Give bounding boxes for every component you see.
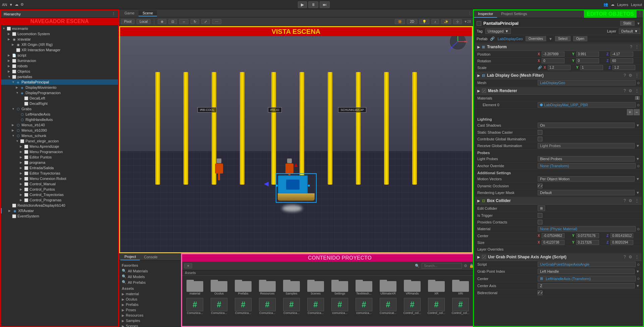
asset-folder-vrhands[interactable]: VRHands [402, 278, 422, 295]
provides-contacts-checkbox[interactable] [538, 220, 542, 224]
gizmo-btn6[interactable]: ⋯ [212, 19, 221, 24]
script-comunica-5[interactable]: # Comunica... [281, 298, 302, 315]
folder-resources[interactable]: ▶ Resources [120, 313, 179, 318]
tree-item-leftHandle[interactable]: ⬡ LeftHandleAxis [1, 112, 118, 117]
receive-gi-dropdown[interactable]: Light Probes [538, 143, 635, 148]
asset-folder-prefabs[interactable]: Prefabs [233, 278, 253, 295]
tab-console[interactable]: Console [140, 254, 161, 260]
grab-script-settings[interactable]: ⚙ [628, 255, 633, 259]
render-layer-dropdown[interactable]: Default [538, 190, 635, 195]
tree-item-menuConexion[interactable]: ▶⬜ Menu Conexion Robot [1, 176, 118, 181]
dynamic-occlusion-checkbox[interactable]: ✓ [538, 184, 542, 188]
pos-z-input[interactable] [610, 52, 633, 57]
fx-btn[interactable]: ✨ [441, 19, 451, 24]
script-control-col-2[interactable]: # Control_col... [426, 298, 446, 315]
mesh-renderer-header[interactable]: ▶ ✓ Mesh Renderer ? ⚙ ⋮ [475, 87, 642, 95]
script-comunicat-1[interactable]: # Comunicat... [378, 298, 398, 315]
box-collider-help[interactable]: ? [623, 198, 627, 203]
tree-item-xrorigin[interactable]: ▶◉ XR Origin (XR Rig) [1, 42, 118, 47]
script-comunica-8[interactable]: # comunica... [354, 298, 374, 315]
mesh-filter-menu[interactable]: ⋮ [634, 73, 640, 78]
select-button[interactable]: Select [555, 36, 571, 41]
anchor-ref-field[interactable]: None (Transform) [538, 163, 636, 169]
material-add-btn[interactable]: + [627, 109, 633, 115]
tree-item-rightHandle[interactable]: ⬡ RightHandleAxis [1, 117, 118, 122]
motion-vectors-arrow[interactable]: ▼ [636, 177, 640, 181]
asset-folder-resources[interactable]: Resources [257, 278, 277, 295]
tree-item-pantallas[interactable]: ▼⬜ pantallas [1, 74, 118, 79]
material-col-select[interactable]: ⊙ [637, 227, 640, 231]
tag-dropdown[interactable]: Untagged▼ [485, 28, 511, 34]
tab-inspector[interactable]: Inspector [474, 10, 497, 18]
tab-project-settings[interactable]: Project Settings [497, 10, 531, 18]
gizmos-btn[interactable]: ⊹ [453, 19, 462, 24]
step-button[interactable]: ⏭ [320, 1, 330, 8]
rot-y-input[interactable] [576, 58, 599, 63]
pivot-button[interactable]: Pivot [121, 19, 135, 24]
grab-script-menu[interactable]: ⋮ [634, 255, 640, 259]
element0-select[interactable]: ⊙ [637, 103, 640, 107]
pos-y-input[interactable] [576, 52, 599, 57]
size-y-input[interactable] [576, 240, 599, 245]
obj-active-checkbox[interactable] [477, 21, 481, 26]
transform-menu[interactable]: ⋮ [634, 45, 640, 49]
tree-item-menusIrb140[interactable]: ▶⬡ Menus_irb140 [1, 122, 118, 128]
gizmo-btn2[interactable]: ⊡ [168, 19, 177, 24]
tree-item-xrAvatar[interactable]: ▶◉ XRAvatar [1, 208, 118, 213]
script-comunica-3[interactable]: # Comunica... [233, 298, 253, 315]
tree-item-controlManual[interactable]: ▶⬜ Control_Manual [1, 181, 118, 187]
asset-folder-scenes[interactable]: Scenes [306, 278, 326, 295]
tree-item-controlPuntos[interactable]: ▶⬜ Control_Puntos [1, 187, 118, 192]
tree-item-escenario[interactable]: ▼⬜ escenario [1, 26, 118, 31]
grab-script-checkbox[interactable]: ✓ [482, 255, 486, 259]
tree-item-editorTray[interactable]: ▶⬜ Editor Trayectorias [1, 171, 118, 176]
toolbar-icon3[interactable]: ⚙ [20, 2, 24, 7]
play-button[interactable]: ▶ [298, 1, 307, 8]
grab-center-ref[interactable]: ⊞ LeftHandleAxis (Transform) [538, 276, 636, 281]
box-collider-header[interactable]: ▶ ⊡ Box Collider ? ⚙ ⋮ [475, 197, 642, 205]
inspector-menu[interactable]: ⋮ [637, 10, 643, 18]
rot-x-input[interactable] [542, 58, 565, 63]
element0-ref[interactable]: LabDisplayMat_URP_PBR [538, 102, 636, 108]
center-y-input[interactable] [576, 233, 599, 238]
all-materials-item[interactable]: 🔍 All Materials [120, 268, 179, 274]
static-shadow-checkbox[interactable] [538, 130, 542, 135]
layer-dropdown[interactable]: Default▼ [619, 28, 640, 34]
folder-poses[interactable]: ▶ Poses [120, 307, 179, 313]
overrides-arrow[interactable]: ▼ [549, 37, 552, 41]
scene-view[interactable]: VISTA ESCENA [119, 26, 473, 253]
script-comunica-7[interactable]: # comunica... [330, 298, 350, 315]
lock-icon-project[interactable]: 🔒 [469, 264, 473, 268]
light-probes-dropdown[interactable]: Blend Probes [538, 156, 635, 161]
tree-item-xravatar[interactable]: ▶◉ xravatar [1, 37, 118, 42]
layers-dropdown[interactable]: Layers [617, 3, 628, 7]
center-axis-dropdown[interactable]: Z [538, 283, 635, 288]
center-axis-arrow[interactable]: ▼ [636, 284, 640, 288]
tree-item-panelElegir[interactable]: ▼⬜ Panel_elegir_accion [1, 138, 118, 144]
grab-point-dropdown[interactable]: Left Handle [538, 269, 635, 274]
tree-item-menusSchunk[interactable]: ▼⬡ Menus_schunk [1, 133, 118, 138]
size-z-input[interactable] [610, 240, 633, 245]
center-z-input[interactable] [610, 233, 633, 238]
asset-folder-settings[interactable]: Settings [330, 278, 350, 295]
tree-item-pantallaPrincipal[interactable]: ▼◈ PantallaPrincipal [1, 79, 118, 85]
static-button[interactable]: Static [620, 21, 635, 26]
asset-folder-ultimatexr[interactable]: UltimateXR [378, 278, 398, 295]
toolbar-icon1[interactable]: ▼ [9, 3, 13, 7]
tree-item-grabs[interactable]: ▼⬡ Grabs [1, 106, 118, 112]
light-probes-arrow[interactable]: ▼ [636, 157, 640, 161]
mesh-select-icon[interactable]: ⊙ [637, 81, 640, 85]
gizmo-btn4[interactable]: ↻ [191, 19, 199, 24]
all-models-item[interactable]: 🔍 All Models [120, 274, 179, 279]
tree-item-xrmanager[interactable]: ⬜ XR Interaction Manager [1, 47, 118, 53]
grab-point-arrow[interactable]: ▼ [636, 269, 640, 273]
folder-prefabs[interactable]: ▶ Prefabs [120, 302, 179, 307]
render-btn[interactable]: 🔆 [395, 19, 405, 24]
folder-samples[interactable]: ▶ Samples [120, 318, 179, 323]
tree-item-editorPuntos[interactable]: ▶⬜ Editor Puntos [1, 154, 118, 160]
cast-shadows-arrow[interactable]: ▼ [636, 123, 640, 127]
asset-folder-xr[interactable]: XR [426, 278, 446, 295]
tree-item-decalRight[interactable]: ⬜ DecalRight [1, 101, 118, 106]
tree-item-menusIrb1090[interactable]: ▶⬡ Menus_irb1090 [1, 128, 118, 133]
all-prefabs-item[interactable]: 🔍 All Prefabs [120, 279, 179, 285]
